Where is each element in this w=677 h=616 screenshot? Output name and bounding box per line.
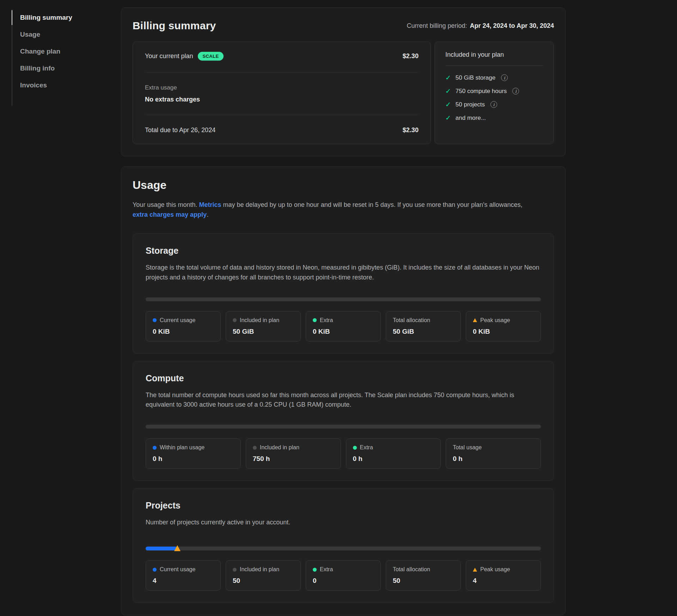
stat-box-total-allocation: Total allocation 50 <box>386 560 461 591</box>
stat-value: 0 <box>313 577 374 585</box>
plan-charges-panel: Your current plan SCALE $2.30 Extra usag… <box>133 42 431 144</box>
sidebar-item-billing-summary[interactable]: Billing summary <box>12 9 100 26</box>
green-dot-icon <box>313 568 317 572</box>
info-icon[interactable] <box>501 74 508 81</box>
green-dot-icon <box>353 446 357 450</box>
storage-progress-bar <box>146 297 541 301</box>
orange-triangle-icon <box>473 318 477 322</box>
stat-label: Current usage <box>160 317 195 324</box>
usage-intro-text: may be delayed by up to one hour and wil… <box>221 201 523 208</box>
stat-value: 50 <box>233 577 294 585</box>
stat-box-peak-usage: Peak usage 0 KiB <box>466 311 541 341</box>
stat-value: 750 h <box>253 455 334 463</box>
stat-label: Within plan usage <box>160 444 205 451</box>
stat-value: 50 <box>393 577 454 585</box>
projects-progress-fill <box>146 547 177 550</box>
included-item-label: and more... <box>456 115 486 122</box>
usage-card: Usage Your usage this month. Metrics may… <box>121 166 566 615</box>
usage-intro-text: . <box>207 211 208 218</box>
stat-value: 0 KiB <box>473 328 534 335</box>
gray-dot-icon <box>233 318 237 322</box>
usage-intro: Your usage this month. Metrics may be de… <box>133 200 538 220</box>
extra-charges-link[interactable]: extra charges may apply <box>133 211 207 218</box>
stat-box-extra: Extra 0 KiB <box>306 311 381 341</box>
plan-amount: $2.30 <box>403 53 419 60</box>
stat-box-extra: Extra 0 <box>306 560 381 591</box>
stat-value: 0 h <box>453 455 534 463</box>
extra-usage-label: Extra usage <box>145 84 419 91</box>
billing-sidebar: Billing summary Usage Change plan Billin… <box>12 9 100 106</box>
stat-value: 4 <box>473 577 534 585</box>
sidebar-item-label: Usage <box>20 31 40 38</box>
included-in-plan-panel: Included in your plan 50 GiB storage 750… <box>434 42 554 144</box>
page-title: Billing summary <box>133 20 216 32</box>
sidebar-item-usage[interactable]: Usage <box>12 26 100 43</box>
storage-section: Storage Storage is the total volume of d… <box>133 233 554 354</box>
sidebar-item-change-plan[interactable]: Change plan <box>12 43 100 60</box>
storage-title: Storage <box>146 246 541 256</box>
included-title: Included in your plan <box>445 51 543 58</box>
stat-label: Included in plan <box>240 317 279 324</box>
gray-dot-icon <box>233 568 237 572</box>
included-item-label: 50 GiB storage <box>456 74 495 81</box>
stat-box-included-in-plan: Included in plan 750 h <box>246 438 341 469</box>
blue-dot-icon <box>153 446 157 450</box>
included-item: 750 compute hours <box>445 87 543 95</box>
checkmark-icon <box>445 87 451 95</box>
total-due-label: Total due to Apr 26, 2024 <box>145 127 215 134</box>
projects-description: Number of projects currently active in y… <box>146 518 541 528</box>
stat-label: Total allocation <box>393 566 430 573</box>
billing-period: Current billing period:Apr 24, 2024 to A… <box>407 22 554 30</box>
projects-section: Projects Number of projects currently ac… <box>133 488 554 603</box>
stat-label: Current usage <box>160 566 195 573</box>
total-due-amount: $2.30 <box>403 127 419 134</box>
stat-box-total-allocation: Total allocation 50 GiB <box>386 311 461 341</box>
sidebar-item-billing-info[interactable]: Billing info <box>12 60 100 77</box>
billing-main: Billing summary Current billing period:A… <box>121 7 566 616</box>
stat-box-within-plan-usage: Within plan usage 0 h <box>146 438 241 469</box>
checkmark-icon <box>445 114 451 122</box>
current-plan-label: Your current plan <box>145 53 193 60</box>
metrics-link[interactable]: Metrics <box>199 201 221 208</box>
included-item-label: 50 projects <box>456 101 485 108</box>
stat-box-extra: Extra 0 h <box>346 438 441 469</box>
compute-section: Compute The total number of compute hour… <box>133 361 554 481</box>
info-icon[interactable] <box>490 101 497 108</box>
stat-label: Total usage <box>453 444 482 451</box>
stat-value: 0 KiB <box>153 328 214 335</box>
stat-label: Extra <box>320 566 333 573</box>
divider <box>145 72 419 73</box>
sidebar-item-label: Billing summary <box>20 14 72 21</box>
billing-summary-card: Billing summary Current billing period:A… <box>121 7 566 156</box>
stat-label: Peak usage <box>480 317 510 324</box>
stat-box-included-in-plan: Included in plan 50 <box>226 560 301 591</box>
stat-value: 0 h <box>153 455 234 463</box>
stat-box-total-usage: Total usage 0 h <box>446 438 541 469</box>
sidebar-item-label: Change plan <box>20 48 60 55</box>
stat-label: Total allocation <box>393 317 430 324</box>
divider <box>145 115 419 115</box>
divider <box>445 66 543 66</box>
blue-dot-icon <box>153 318 157 322</box>
stat-box-current-usage: Current usage 0 KiB <box>146 311 221 341</box>
compute-description: The total number of compute hours used s… <box>146 390 541 410</box>
sidebar-item-invoices[interactable]: Invoices <box>12 77 100 94</box>
stat-value: 50 GiB <box>393 328 454 335</box>
stat-box-included-in-plan: Included in plan 50 GiB <box>226 311 301 341</box>
projects-progress-bar <box>146 547 541 550</box>
orange-triangle-icon <box>473 568 477 572</box>
storage-description: Storage is the total volume of data and … <box>146 263 541 283</box>
compute-title: Compute <box>146 373 541 383</box>
projects-title: Projects <box>146 500 541 511</box>
stat-value: 0 h <box>353 455 434 463</box>
billing-period-value: Apr 24, 2024 to Apr 30, 2024 <box>470 22 554 29</box>
included-item-label: 750 compute hours <box>456 88 507 95</box>
stat-label: Extra <box>360 444 373 451</box>
compute-progress-bar <box>146 425 541 429</box>
usage-title: Usage <box>133 179 554 192</box>
stat-box-current-usage: Current usage 4 <box>146 560 221 591</box>
checkmark-icon <box>445 74 451 82</box>
info-icon[interactable] <box>512 88 519 94</box>
checkmark-icon <box>445 100 451 109</box>
stat-label: Peak usage <box>480 566 510 573</box>
